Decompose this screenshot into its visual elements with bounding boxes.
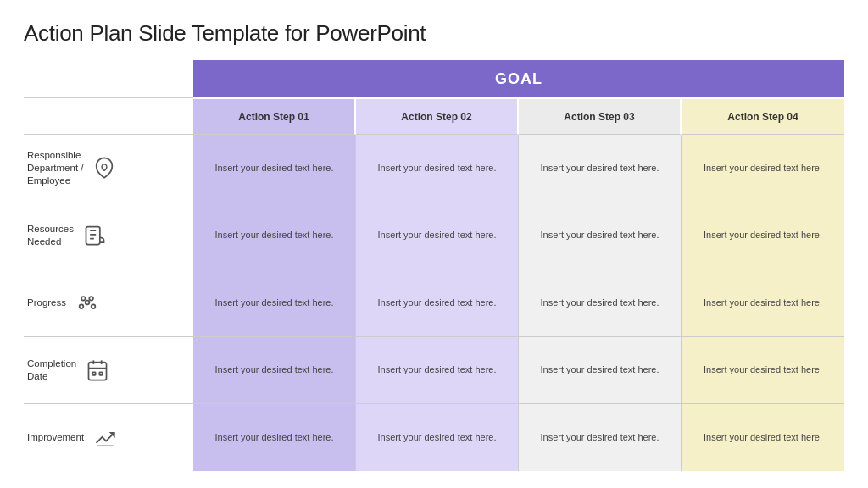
row-label-1: ResourcesNeeded [27,223,74,248]
cell-1-3: Insert your desired text here. [682,202,844,269]
col-header-1: Action Step 02 [356,99,519,135]
cell-0-1: Insert your desired text here. [356,135,519,202]
svg-rect-11 [100,372,103,375]
data-row-1: Insert your desired text here. Insert yo… [193,202,844,270]
cell-2-0: Insert your desired text here. [193,269,356,336]
goal-spacer [24,60,193,97]
row-label-0: ResponsibleDepartment /Employee [27,149,83,187]
cell-4-1: Insert your desired text here. [356,404,519,471]
svg-point-1 [86,301,90,305]
cell-0-3: Insert your desired text here. [682,135,844,202]
cell-0-0: Insert your desired text here. [193,135,356,202]
slide-title: Action Plan Slide Template for PowerPoin… [24,20,844,47]
cell-3-0: Insert your desired text here. [193,337,356,404]
cell-3-2: Insert your desired text here. [519,337,682,404]
label-row-2: Progress [24,269,193,337]
column-headers: Action Step 01 Action Step 02 Action Ste… [193,97,844,135]
cell-2-1: Insert your desired text here. [356,269,519,336]
header-spacer [24,97,193,135]
data-row-3: Insert your desired text here. Insert yo… [193,337,844,405]
data-row-4: Insert your desired text here. Insert yo… [193,404,844,471]
data-rows: Insert your desired text here. Insert yo… [193,135,844,471]
cell-1-1: Insert your desired text here. [356,202,519,269]
svg-point-2 [80,305,84,309]
improvement-icon [91,424,120,452]
cell-4-2: Insert your desired text here. [519,404,682,471]
cell-4-3: Insert your desired text here. [682,404,844,471]
label-row-3: CompletionDate [24,337,193,405]
calendar-icon [83,356,112,385]
col-header-0: Action Step 01 [193,99,356,135]
cell-2-2: Insert your desired text here. [519,269,682,336]
shield-heart-icon [90,153,119,182]
svg-point-3 [92,305,96,309]
cell-0-2: Insert your desired text here. [519,135,682,202]
cell-3-3: Insert your desired text here. [682,337,844,404]
data-row-0: Insert your desired text here. Insert yo… [193,135,844,202]
row-label-4: Improvement [27,431,84,444]
slide: Action Plan Slide Template for PowerPoin… [0,0,868,488]
goal-header: GOAL [193,60,844,97]
row-label-2: Progress [27,297,66,309]
progress-icon [73,288,102,317]
cell-4-0: Insert your desired text here. [193,404,356,471]
svg-rect-10 [92,372,96,375]
resources-icon [81,221,109,250]
col-header-2: Action Step 03 [519,99,682,135]
svg-rect-6 [89,363,107,380]
cell-1-2: Insert your desired text here. [519,202,682,269]
label-row-0: ResponsibleDepartment /Employee [24,135,193,202]
cell-2-3: Insert your desired text here. [682,269,844,336]
label-row-4: Improvement [24,404,193,471]
svg-point-4 [81,297,86,301]
data-row-2: Insert your desired text here. Insert yo… [193,269,844,337]
label-row-1: ResourcesNeeded [24,202,193,270]
table-wrapper: ResponsibleDepartment /Employee Resource… [24,60,844,471]
svg-point-5 [89,297,93,301]
grid-area: GOAL Action Step 01 Action Step 02 Actio… [193,60,844,471]
col-header-3: Action Step 04 [682,99,844,135]
row-label-3: CompletionDate [27,358,76,383]
label-column: ResponsibleDepartment /Employee Resource… [24,60,193,471]
svg-rect-0 [86,226,99,244]
cell-3-1: Insert your desired text here. [356,337,519,404]
cell-1-0: Insert your desired text here. [193,202,356,269]
